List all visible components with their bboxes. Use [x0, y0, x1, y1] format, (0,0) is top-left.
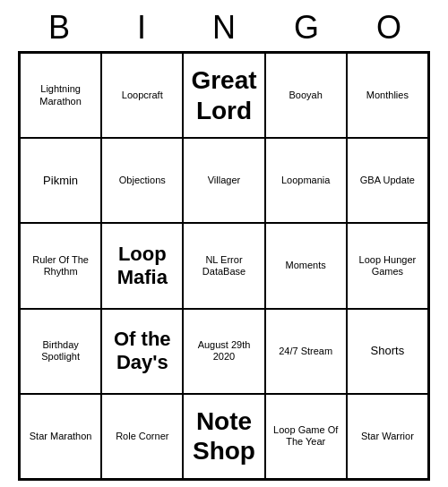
bingo-cell-14: Loop Hunger Games: [347, 223, 428, 308]
cell-text-2: Great Lord: [187, 65, 260, 125]
cell-text-20: Star Marathon: [30, 431, 92, 442]
bingo-cell-12: NL Error DataBase: [183, 223, 264, 308]
cell-text-22: Note Shop: [187, 406, 260, 466]
cell-text-13: Moments: [286, 260, 326, 271]
bingo-cell-8: Loopmania: [265, 138, 347, 223]
cell-text-7: Villager: [208, 175, 241, 186]
bingo-cell-7: Villager: [183, 138, 264, 223]
bingo-cell-16: Of the Day's: [101, 309, 183, 394]
bingo-cell-24: Star Warrior: [347, 394, 428, 479]
bingo-cell-1: Loopcraft: [101, 53, 183, 138]
bingo-cell-21: Role Corner: [101, 394, 183, 479]
cell-text-16: Of the Day's: [106, 328, 178, 375]
bingo-cell-10: Ruler Of The Rhythm: [20, 223, 101, 308]
bingo-letter-n: N: [188, 9, 260, 47]
bingo-cell-0: Lightning Marathon: [20, 53, 101, 138]
bingo-letter-b: B: [23, 9, 95, 47]
bingo-header: BINGO: [18, 0, 430, 51]
cell-text-15: Birthday Spotlight: [24, 339, 97, 363]
bingo-cell-4: Monthlies: [347, 53, 428, 138]
cell-text-12: NL Error DataBase: [187, 254, 260, 278]
bingo-grid: Lightning MarathonLoopcraftGreat LordBoo…: [18, 51, 430, 481]
bingo-letter-i: I: [106, 9, 177, 47]
bingo-cell-22: Note Shop: [183, 394, 264, 479]
bingo-cell-19: Shorts: [347, 309, 428, 394]
cell-text-11: Loop Mafia: [106, 243, 178, 290]
cell-text-5: Pikmin: [43, 174, 78, 188]
bingo-cell-23: Loop Game Of The Year: [265, 394, 347, 479]
bingo-cell-9: GBA Update: [347, 138, 428, 223]
bingo-cell-2: Great Lord: [183, 53, 264, 138]
cell-text-19: Shorts: [371, 344, 405, 358]
cell-text-6: Objections: [119, 175, 166, 186]
bingo-cell-3: Booyah: [265, 53, 347, 138]
cell-text-21: Role Corner: [116, 431, 168, 442]
cell-text-10: Ruler Of The Rhythm: [24, 254, 97, 278]
cell-text-24: Star Warrior: [361, 431, 414, 442]
bingo-letter-o: O: [353, 9, 425, 47]
cell-text-23: Loop Game Of The Year: [270, 424, 342, 448]
cell-text-17: August 29th 2020: [187, 339, 260, 363]
cell-text-1: Loopcraft: [122, 90, 163, 101]
cell-text-9: GBA Update: [360, 175, 415, 186]
cell-text-8: Loopmania: [281, 175, 330, 186]
cell-text-0: Lightning Marathon: [24, 83, 97, 107]
cell-text-4: Monthlies: [366, 90, 409, 101]
bingo-cell-15: Birthday Spotlight: [20, 309, 101, 394]
bingo-cell-13: Moments: [265, 223, 347, 308]
cell-text-3: Booyah: [289, 90, 323, 101]
bingo-letter-g: G: [271, 9, 342, 47]
bingo-cell-18: 24/7 Stream: [265, 309, 347, 394]
bingo-cell-17: August 29th 2020: [183, 309, 264, 394]
bingo-cell-5: Pikmin: [20, 138, 101, 223]
bingo-cell-20: Star Marathon: [20, 394, 101, 479]
cell-text-14: Loop Hunger Games: [351, 254, 424, 278]
bingo-cell-11: Loop Mafia: [101, 223, 183, 308]
cell-text-18: 24/7 Stream: [279, 346, 332, 357]
bingo-cell-6: Objections: [101, 138, 183, 223]
